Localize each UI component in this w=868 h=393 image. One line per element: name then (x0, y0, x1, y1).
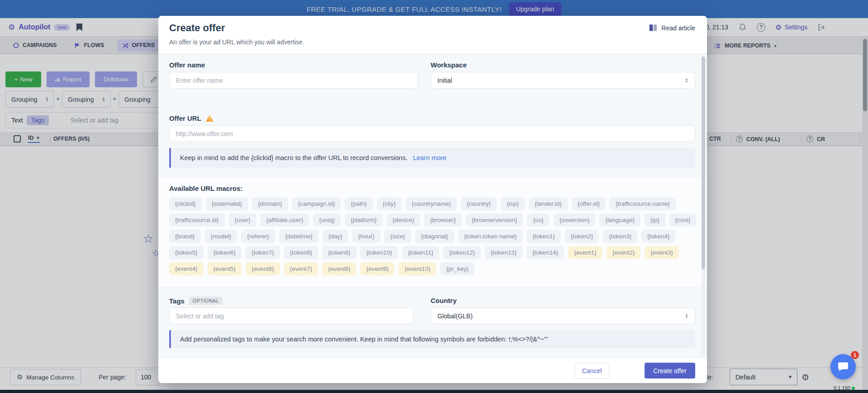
macro-chip[interactable]: {countryname} (406, 197, 457, 210)
offer-url-input[interactable] (169, 125, 695, 142)
macro-chip[interactable]: {domain} (252, 197, 288, 210)
offer-name-input[interactable] (169, 72, 418, 89)
offer-url-label: Offer URL (169, 114, 213, 122)
macro-chip[interactable]: {event6} (246, 262, 280, 275)
macro-chip[interactable]: {event2} (607, 246, 641, 259)
macro-chip[interactable]: {token:token name} (458, 230, 522, 243)
chat-icon (837, 361, 849, 373)
macro-chip[interactable]: {datetime} (279, 230, 318, 243)
country-select-value: Global(GLB) (437, 313, 473, 320)
macro-chip[interactable]: {event7} (284, 262, 318, 275)
macro-chip[interactable]: {token11} (402, 246, 439, 259)
clickid-note: Keep in mind to add the {clickid} macro … (169, 148, 695, 168)
macro-chip[interactable]: {token1} (526, 230, 561, 243)
macro-chip[interactable]: {token7} (246, 246, 280, 259)
modal-body: Offer name Workspace Initial ▲▼ Offer UR… (158, 53, 707, 357)
create-offer-modal: Create offer An offer is your ad URL whi… (158, 16, 707, 383)
create-offer-button[interactable]: Create offer (645, 363, 695, 379)
macro-chip[interactable]: {browser} (424, 213, 462, 227)
macro-chip[interactable]: {isp} (501, 197, 524, 210)
macro-chip[interactable]: {browserversion} (466, 213, 523, 227)
macro-chip[interactable]: {affiliate.user} (261, 213, 309, 227)
warning-icon (206, 115, 213, 122)
offer-name-label: Offer name (169, 61, 205, 69)
modal-subtitle: An offer is your ad URL which you will a… (169, 38, 304, 46)
macro-chip[interactable]: {uniq} (313, 213, 341, 227)
macro-chip[interactable]: {externalid} (206, 197, 248, 210)
tags-note-text: Add personalized tags to make your searc… (180, 336, 548, 343)
macro-chip[interactable]: {offer.id} (572, 197, 606, 210)
macro-chip[interactable]: {campaign.id} (292, 197, 341, 210)
macro-chip[interactable]: {token10} (360, 246, 398, 259)
book-icon (649, 24, 658, 32)
macro-chip[interactable]: {brand} (169, 230, 201, 243)
macro-chip[interactable]: {platform} (345, 213, 383, 227)
macro-chip[interactable]: {token5} (169, 246, 204, 259)
tags-input[interactable] (169, 308, 413, 324)
optional-badge: OPTIONAL (189, 297, 223, 305)
macro-chip[interactable]: {token13} (485, 246, 522, 259)
macro-chip[interactable]: {token3} (603, 230, 637, 243)
learn-more-link[interactable]: Learn more (413, 154, 446, 161)
macro-chip[interactable]: {pr_key} (440, 262, 474, 275)
macro-chip[interactable]: {osversion} (554, 213, 596, 227)
macro-chip[interactable]: {event4} (169, 262, 204, 275)
modal-title: Create offer (169, 22, 225, 34)
tags-note: Add personalized tags to make your searc… (169, 330, 695, 348)
macro-chip[interactable]: {event10} (398, 262, 436, 275)
cancel-button[interactable]: Cancel (574, 363, 609, 379)
status-dot (852, 387, 855, 390)
macro-chip[interactable]: {clickid} (169, 197, 202, 210)
macro-chip[interactable]: {city} (377, 197, 402, 210)
macro-chip[interactable]: {token8} (284, 246, 318, 259)
macro-chip[interactable]: {event8} (322, 262, 356, 275)
macro-chip[interactable]: {ip} (645, 213, 665, 227)
clickid-note-text: Keep in mind to add the {clickid} macro … (180, 154, 408, 161)
updown-chevrons-icon: ▲▼ (685, 78, 688, 83)
macro-chip[interactable]: {token4} (641, 230, 676, 243)
country-select[interactable]: Global(GLB) ▲▼ (431, 308, 695, 324)
tags-label: Tags OPTIONAL (169, 297, 223, 305)
macro-chip[interactable]: {path} (345, 197, 372, 210)
workspace-select[interactable]: Initial ▲▼ (431, 72, 695, 89)
macro-chip[interactable]: {cost} (669, 213, 697, 227)
tags-label-text: Tags (169, 297, 185, 305)
macro-chip[interactable]: {os} (527, 213, 549, 227)
modal-footer: Cancel Create offer (158, 357, 707, 383)
macro-chip[interactable]: {token6} (208, 246, 242, 259)
macro-chip[interactable]: {event9} (360, 262, 395, 275)
macro-chip[interactable]: {user} (229, 213, 256, 227)
macro-chip[interactable]: {trafficsource.name} (610, 197, 676, 210)
bottom-strip (0, 390, 868, 393)
updown-chevrons-icon: ▲▼ (685, 313, 688, 319)
macro-chip[interactable]: {size} (384, 230, 411, 243)
macro-chip[interactable]: {event1} (568, 246, 602, 259)
macro-chip[interactable]: {trafficsource.id} (169, 213, 225, 227)
macro-chip[interactable]: {event3} (645, 246, 679, 259)
macro-chip-list: {clickid}{externalid}{domain}{campaign.i… (169, 197, 697, 275)
read-article-label: Read article (661, 24, 695, 32)
macro-chip[interactable]: {event5} (208, 262, 242, 275)
modal-header: Create offer An offer is your ad URL whi… (158, 16, 707, 53)
macro-chip[interactable]: {diagonal} (415, 230, 454, 243)
macro-chip[interactable]: {lander.id} (529, 197, 568, 210)
macro-chip[interactable]: {token9} (322, 246, 356, 259)
country-label: Country (431, 297, 457, 304)
offer-url-label-text: Offer URL (169, 114, 201, 122)
macro-chip[interactable]: {referer} (241, 230, 275, 243)
macro-chip[interactable]: {model} (205, 230, 237, 243)
macro-chip[interactable]: {language} (599, 213, 640, 227)
workspace-select-value: Initial (437, 77, 452, 84)
macro-chip[interactable]: {hour} (352, 230, 380, 243)
chat-badge: 1 (851, 351, 859, 359)
macro-chip[interactable]: {day} (323, 230, 348, 243)
macro-chip[interactable]: {device} (387, 213, 420, 227)
modal-scrollbar-thumb[interactable] (702, 57, 705, 269)
macro-chip[interactable]: {token12} (443, 246, 481, 259)
macro-chip[interactable]: {country} (461, 197, 497, 210)
macro-chip[interactable]: {token14} (526, 246, 564, 259)
macros-section: Available URL macros: {clickid}{external… (158, 177, 707, 288)
macros-title: Available URL macros: (169, 185, 243, 192)
read-article-link[interactable]: Read article (649, 24, 695, 32)
macro-chip[interactable]: {token2} (565, 230, 599, 243)
